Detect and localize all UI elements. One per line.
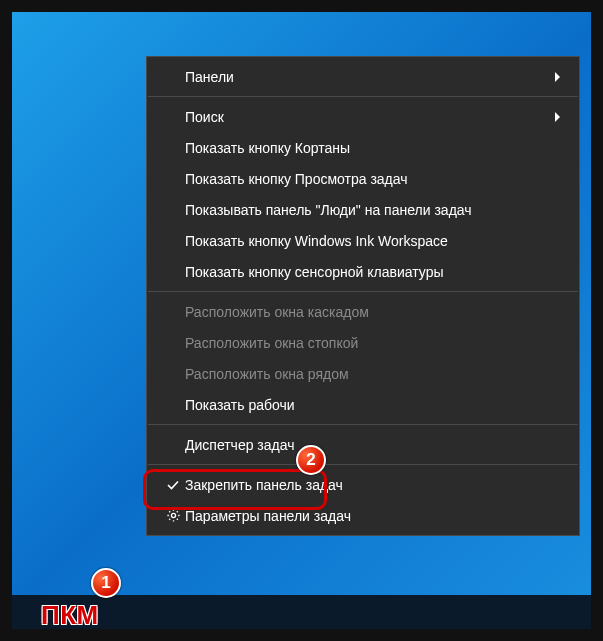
menu-item-show-people[interactable]: Показывать панель "Люди" на панели задач bbox=[147, 194, 579, 225]
menu-item-label: Показать кнопку Просмотра задач bbox=[185, 171, 565, 187]
menu-item-label: Показать рабочи bbox=[185, 397, 565, 413]
annotation-badge-2: 2 bbox=[296, 445, 326, 475]
chevron-right-icon bbox=[551, 111, 565, 123]
desktop-background[interactable]: Панели Поиск Показать кнопку Кортаны П bbox=[12, 12, 591, 629]
menu-item-show-touchkb[interactable]: Показать кнопку сенсорной клавиатуры bbox=[147, 256, 579, 287]
annotation-badge-label: 1 bbox=[101, 573, 110, 593]
menu-item-label: Показать кнопку сенсорной клавиатуры bbox=[185, 264, 565, 280]
menu-item-label: Показывать панель "Люди" на панели задач bbox=[185, 202, 565, 218]
menu-item-panels[interactable]: Панели bbox=[147, 61, 579, 92]
menu-item-label: Расположить окна каскадом bbox=[185, 304, 565, 320]
menu-item-search[interactable]: Поиск bbox=[147, 101, 579, 132]
annotation-badge-1: 1 bbox=[91, 568, 121, 598]
menu-item-label: Показать кнопку Кортаны bbox=[185, 140, 565, 156]
menu-separator bbox=[148, 424, 578, 425]
menu-item-lock-taskbar[interactable]: Закрепить панель задач bbox=[147, 469, 579, 500]
menu-item-label: Закрепить панель задач bbox=[185, 477, 565, 493]
screenshot-frame: Панели Поиск Показать кнопку Кортаны П bbox=[0, 0, 603, 641]
annotation-badge-label: 2 bbox=[306, 450, 315, 470]
menu-item-show-ink[interactable]: Показать кнопку Windows Ink Workspace bbox=[147, 225, 579, 256]
menu-item-stacked: Расположить окна стопкой bbox=[147, 327, 579, 358]
taskbar-context-menu: Панели Поиск Показать кнопку Кортаны П bbox=[146, 56, 580, 536]
menu-item-show-desktop[interactable]: Показать рабочи bbox=[147, 389, 579, 420]
check-icon bbox=[161, 478, 185, 492]
menu-separator bbox=[148, 464, 578, 465]
chevron-right-icon bbox=[551, 71, 565, 83]
menu-item-task-manager[interactable]: Диспетчер задач bbox=[147, 429, 579, 460]
menu-item-cascade: Расположить окна каскадом bbox=[147, 296, 579, 327]
menu-separator bbox=[148, 291, 578, 292]
menu-item-taskbar-settings[interactable]: Параметры панели задач bbox=[147, 500, 579, 531]
taskbar[interactable] bbox=[12, 595, 591, 629]
menu-item-label: Расположить окна рядом bbox=[185, 366, 565, 382]
menu-item-show-cortana[interactable]: Показать кнопку Кортаны bbox=[147, 132, 579, 163]
menu-item-label: Панели bbox=[185, 69, 551, 85]
menu-item-label: Диспетчер задач bbox=[185, 437, 565, 453]
menu-item-label: Расположить окна стопкой bbox=[185, 335, 565, 351]
svg-point-0 bbox=[171, 513, 175, 517]
menu-item-show-taskview[interactable]: Показать кнопку Просмотра задач bbox=[147, 163, 579, 194]
annotation-pkm-label: ПКМ bbox=[41, 600, 99, 631]
menu-item-label: Показать кнопку Windows Ink Workspace bbox=[185, 233, 565, 249]
menu-item-sidebyside: Расположить окна рядом bbox=[147, 358, 579, 389]
menu-item-label: Поиск bbox=[185, 109, 551, 125]
gear-icon bbox=[161, 508, 185, 523]
menu-item-label: Параметры панели задач bbox=[185, 508, 565, 524]
menu-separator bbox=[148, 96, 578, 97]
